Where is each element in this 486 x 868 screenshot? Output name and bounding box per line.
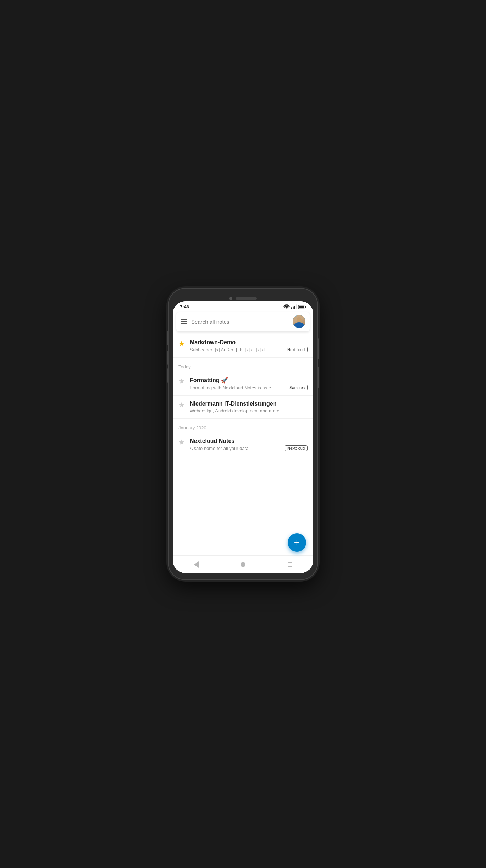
star-button-niedermann[interactable]: ★ bbox=[178, 401, 185, 408]
list-item[interactable]: ★ Nextcloud Notes A safe home for all yo… bbox=[173, 433, 313, 456]
back-button[interactable] bbox=[189, 557, 203, 572]
star-button-formatting[interactable]: ★ bbox=[178, 378, 185, 385]
section-header-january2020: January 2020 bbox=[173, 419, 313, 433]
note-content-niedermann: Niedermann IT-Dienstleistungen Webdesign… bbox=[190, 401, 308, 413]
user-avatar[interactable] bbox=[293, 315, 305, 328]
note-preview: A safe home for all your data bbox=[190, 446, 282, 451]
home-icon bbox=[241, 562, 245, 567]
note-title: Nextcloud Notes bbox=[190, 438, 308, 444]
status-time: 7:46 bbox=[180, 304, 189, 309]
search-row bbox=[181, 315, 305, 328]
phone-frame: 7:46 bbox=[169, 289, 317, 579]
svg-rect-0 bbox=[291, 307, 292, 309]
status-icons bbox=[283, 304, 306, 309]
note-title: Markdown-Demo bbox=[190, 339, 308, 346]
svg-rect-5 bbox=[305, 306, 306, 308]
note-preview: Subheader [x] Außer [] b [x] c [x] d ... bbox=[190, 347, 282, 352]
screen-content: ★ Markdown-Demo Subheader [x] Außer [] b… bbox=[173, 311, 313, 573]
list-item[interactable]: ★ Formatting 🚀 Formatting with Nextcloud… bbox=[173, 372, 313, 396]
section-header-today: Today bbox=[173, 358, 313, 372]
note-preview-row: Formatting with Nextcloud Notes is as e.… bbox=[190, 385, 308, 390]
svg-rect-3 bbox=[296, 304, 297, 309]
note-content-formatting: Formatting 🚀 Formatting with Nextcloud N… bbox=[190, 377, 308, 390]
add-icon: + bbox=[294, 537, 300, 547]
note-content-nextcloud-notes: Nextcloud Notes A safe home for all your… bbox=[190, 438, 308, 451]
signal-icon bbox=[291, 304, 297, 309]
list-item[interactable]: ★ Niedermann IT-Dienstleistungen Webdesi… bbox=[173, 396, 313, 419]
hamburger-line-3 bbox=[181, 323, 187, 324]
note-title: Formatting 🚀 bbox=[190, 377, 308, 384]
add-note-button[interactable]: + bbox=[288, 533, 306, 552]
home-button[interactable] bbox=[236, 557, 250, 572]
status-bar: 7:46 bbox=[173, 301, 313, 311]
phone-top bbox=[173, 295, 313, 301]
star-button-markdown-demo[interactable]: ★ bbox=[178, 340, 185, 347]
avatar-image bbox=[293, 315, 305, 328]
note-content-markdown-demo: Markdown-Demo Subheader [x] Außer [] b [… bbox=[190, 339, 308, 352]
svg-rect-1 bbox=[293, 306, 294, 309]
speaker-grille bbox=[236, 297, 257, 300]
front-camera bbox=[229, 297, 232, 300]
svg-rect-6 bbox=[299, 305, 304, 308]
star-button-nextcloud-notes[interactable]: ★ bbox=[178, 439, 185, 446]
section-header-label: Today bbox=[178, 364, 191, 369]
section-header-label: January 2020 bbox=[178, 425, 206, 430]
category-badge[interactable]: Nextcloud bbox=[285, 445, 308, 451]
hamburger-menu-button[interactable] bbox=[181, 319, 187, 324]
wifi-icon bbox=[283, 304, 290, 309]
recents-icon bbox=[288, 562, 292, 567]
note-preview: Formatting with Nextcloud Notes is as e.… bbox=[190, 385, 284, 390]
note-preview-row: A safe home for all your data Nextcloud bbox=[190, 445, 308, 451]
search-input[interactable] bbox=[191, 319, 288, 325]
recents-button[interactable] bbox=[283, 557, 297, 572]
note-preview: Webdesign, Android development and more bbox=[190, 408, 308, 413]
note-preview-row: Webdesign, Android development and more bbox=[190, 408, 308, 413]
list-item[interactable]: ★ Markdown-Demo Subheader [x] Außer [] b… bbox=[173, 334, 313, 358]
nav-bar bbox=[173, 555, 313, 573]
note-preview-row: Subheader [x] Außer [] b [x] c [x] d ...… bbox=[190, 347, 308, 352]
battery-icon bbox=[298, 305, 306, 309]
category-badge[interactable]: Nextcloud bbox=[285, 347, 308, 352]
hamburger-line-2 bbox=[181, 321, 187, 322]
hamburger-line-1 bbox=[181, 319, 187, 320]
note-title: Niedermann IT-Dienstleistungen bbox=[190, 401, 308, 407]
toolbar bbox=[176, 312, 310, 331]
notes-list: ★ Markdown-Demo Subheader [x] Außer [] b… bbox=[173, 333, 313, 555]
category-badge[interactable]: Samples bbox=[287, 385, 308, 390]
svg-rect-2 bbox=[294, 306, 295, 309]
phone-screen: 7:46 bbox=[173, 301, 313, 573]
back-icon bbox=[194, 561, 199, 568]
